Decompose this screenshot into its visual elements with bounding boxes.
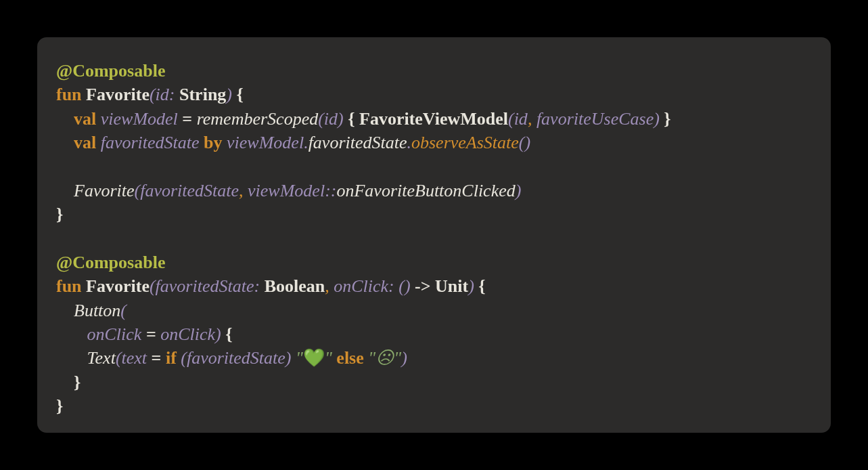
code-token: favoritedState: [140, 181, 239, 200]
code-token: ): [468, 276, 474, 296]
code-token: =: [178, 109, 197, 129]
code-token: id: [156, 85, 169, 104]
code-token: viewModel: [227, 133, 304, 152]
code-token: ): [338, 109, 344, 129]
code-token: (: [120, 301, 127, 320]
code-token: text: [122, 348, 147, 368]
code-token: :: [169, 85, 179, 104]
code-token: id: [324, 109, 338, 129]
code-token: if: [166, 348, 181, 368]
code-token: {: [344, 109, 359, 129]
code-token: {: [474, 276, 486, 296]
code-token: (: [508, 109, 514, 129]
code-token: }: [74, 372, 81, 392]
code-token: val: [74, 109, 101, 129]
code-token: Favorite: [74, 181, 135, 200]
code-token: "☹": [368, 348, 401, 368]
code-token: (: [135, 181, 141, 200]
code-token: onClick: [334, 276, 388, 296]
code-token: ): [516, 181, 522, 200]
code-token: onClick: [87, 324, 142, 344]
code-token: ::: [325, 181, 336, 200]
code-token: onFavoriteButtonClicked: [336, 181, 515, 200]
code-token: [56, 348, 87, 368]
code-token: 💚: [303, 347, 325, 368]
code-token: ): [215, 324, 221, 344]
code-block: @Composable fun Favorite(id: String) { v…: [56, 59, 812, 418]
code-token: [56, 109, 74, 129]
code-token: }: [56, 396, 63, 416]
code-token: [56, 301, 74, 320]
code-token: (): [398, 276, 410, 296]
code-token: :: [388, 276, 398, 296]
code-token: [56, 324, 87, 344]
code-token: favoritedState: [309, 133, 407, 152]
code-token: Text: [87, 348, 116, 368]
code-token: {: [221, 324, 233, 344]
code-token: [56, 229, 61, 249]
code-token: val: [74, 133, 101, 152]
code-token: Unit: [435, 276, 468, 296]
code-token: (: [150, 85, 156, 104]
code-token: viewModel: [248, 181, 325, 200]
code-token: rememberScoped: [197, 109, 319, 129]
code-token: Boolean: [265, 276, 325, 296]
code-token: Favorite: [86, 85, 150, 104]
code-token: }: [56, 205, 63, 224]
code-token: (: [181, 348, 187, 368]
code-token: ": [325, 348, 332, 368]
code-token: [56, 181, 74, 200]
code-token: (: [116, 348, 122, 368]
code-token: Button: [74, 301, 120, 320]
code-token: fun: [56, 276, 86, 296]
code-token: =: [141, 324, 160, 344]
code-token: Favorite: [86, 276, 150, 296]
code-token: String: [179, 85, 226, 104]
code-token: fun: [56, 85, 86, 104]
code-token: {: [232, 85, 244, 104]
code-token: ): [285, 348, 292, 368]
code-token: (): [519, 133, 530, 152]
code-token: else: [336, 348, 363, 368]
code-token: favoritedState: [187, 348, 285, 368]
code-token: id: [514, 109, 528, 129]
code-token: =: [147, 348, 166, 368]
code-token: }: [660, 109, 671, 129]
code-token: :: [254, 276, 264, 296]
code-token: ->: [411, 276, 435, 296]
code-token: [56, 372, 74, 392]
code-token: observeAsState: [411, 133, 519, 152]
code-token: ): [226, 85, 232, 104]
code-token: ": [296, 348, 303, 368]
code-card: @Composable fun Favorite(id: String) { v…: [37, 37, 831, 433]
code-token: @Composable: [56, 253, 165, 272]
code-token: favoritedState: [101, 133, 200, 152]
code-token: by: [204, 133, 222, 152]
code-token: [56, 133, 74, 152]
code-token: (: [318, 109, 324, 129]
code-token: FavoriteViewModel: [359, 109, 508, 129]
code-token: favoriteUseCase: [536, 109, 654, 129]
code-token: viewModel: [101, 109, 178, 129]
code-token: [56, 156, 61, 176]
code-token: (: [150, 276, 156, 296]
code-token: ): [401, 348, 407, 368]
code-token: favoritedState: [156, 276, 254, 296]
code-token: ): [654, 109, 660, 129]
code-token: onClick: [160, 324, 215, 344]
code-token: @Composable: [56, 61, 165, 81]
